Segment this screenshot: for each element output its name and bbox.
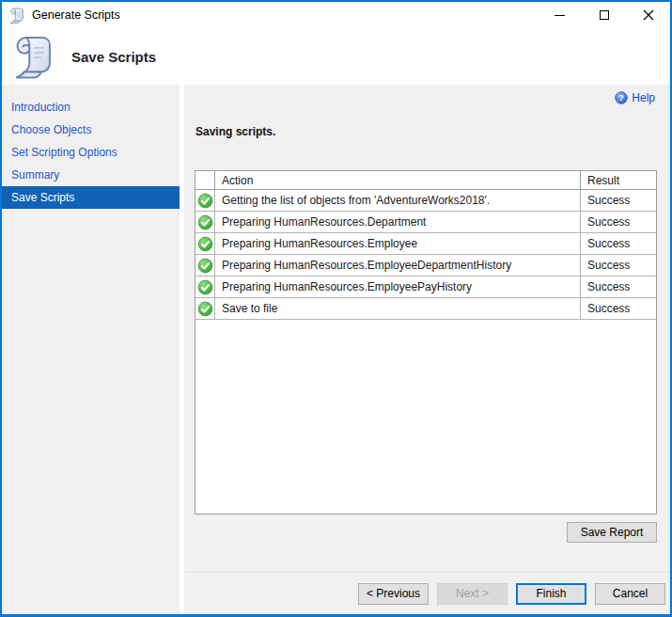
table-row[interactable]: Preparing HumanResources.Employee Succes… [195,233,656,255]
success-check-icon [197,279,213,295]
progress-table: Action Result Getting the list of object… [195,170,657,514]
sidebar-item-choose-objects[interactable]: Choose Objects [2,119,180,141]
close-icon [643,9,654,21]
success-check-icon [197,301,213,317]
scroll-icon [9,7,25,24]
row-status-cell [195,298,215,319]
status-text: Saving scripts. [195,125,275,138]
result-column-header[interactable]: Result [581,171,656,189]
row-action-cell: Preparing HumanResources.Department [215,212,581,232]
maximize-icon [600,10,609,20]
generate-scripts-dialog: Generate Scripts Save Scripts Introducti… [0,0,672,617]
result-text: Success [587,194,630,207]
row-status-cell [195,233,215,254]
titlebar: Generate Scripts [2,2,670,28]
next-button[interactable]: Next > [437,583,508,605]
sidebar-item-set-scripting-options[interactable]: Set Scripting Options [2,141,180,164]
row-status-cell [195,212,215,232]
wizard-header: Save Scripts [2,28,670,85]
close-button[interactable] [626,2,670,28]
icon-column-header[interactable] [195,171,215,189]
row-result-cell: Success [581,233,656,254]
table-row[interactable]: Save to file Success [195,298,656,320]
action-column-header[interactable]: Action [215,171,581,189]
cancel-button[interactable]: Cancel [595,583,665,605]
row-result-cell: Success [581,255,656,276]
minimize-icon [555,15,565,16]
window-controls [538,2,670,28]
row-action-cell: Save to file [215,298,581,319]
row-status-cell [195,277,215,297]
sidebar-item-summary[interactable]: Summary [2,164,180,186]
success-check-icon [197,236,213,252]
table-row[interactable]: Preparing HumanResources.Department Succ… [195,212,656,233]
row-status-cell [195,255,215,276]
row-action-cell: Preparing HumanResources.EmployeePayHist… [215,277,581,297]
action-text: Getting the list of objects from 'Advent… [222,194,490,207]
window-title: Generate Scripts [32,8,538,22]
row-result-cell: Success [581,212,656,232]
table-row[interactable]: Preparing HumanResources.EmployeeDepartm… [195,255,656,277]
table-row[interactable]: Preparing HumanResources.EmployeePayHist… [195,277,656,298]
row-status-cell [195,190,215,211]
action-text: Preparing HumanResources.EmployeeDepartm… [222,259,511,272]
scroll-icon [13,33,56,81]
minimize-button[interactable] [538,2,582,28]
previous-button[interactable]: < Previous [358,583,429,605]
save-report-button[interactable]: Save Report [567,522,657,543]
result-text: Success [587,259,630,272]
row-action-cell: Preparing HumanResources.Employee [215,233,581,254]
table-header-row: Action Result [195,171,656,190]
action-text: Preparing HumanResources.EmployeePayHist… [222,280,472,293]
row-action-cell: Getting the list of objects from 'Advent… [215,190,581,211]
action-text: Preparing HumanResources.Employee [222,237,417,250]
help-link[interactable]: Help [615,91,655,104]
help-icon [615,91,628,104]
result-text: Success [587,237,630,250]
result-text: Success [587,302,630,315]
sidebar-item-save-scripts[interactable]: Save Scripts [2,186,180,209]
result-text: Success [587,280,630,293]
content-panel: Help Saving scripts. Action Result Getti… [184,85,670,572]
result-text: Success [587,215,630,229]
row-action-cell: Preparing HumanResources.EmployeeDepartm… [215,255,581,276]
success-check-icon [197,214,213,230]
help-label: Help [632,91,655,104]
row-result-cell: Success [581,277,656,297]
finish-button[interactable]: Finish [516,583,586,605]
action-text: Preparing HumanResources.Department [222,215,426,229]
wizard-steps-sidebar: Introduction Choose Objects Set Scriptin… [2,85,180,614]
row-result-cell: Success [581,298,656,319]
page-title: Save Scripts [71,49,156,65]
maximize-button[interactable] [582,2,626,28]
success-check-icon [197,193,213,209]
wizard-button-bar: < Previous Next > Finish Cancel [184,572,670,614]
success-check-icon [197,258,213,274]
row-result-cell: Success [581,190,656,211]
sidebar-item-introduction[interactable]: Introduction [2,96,180,119]
action-text: Save to file [222,302,277,315]
table-row[interactable]: Getting the list of objects from 'Advent… [195,190,656,212]
